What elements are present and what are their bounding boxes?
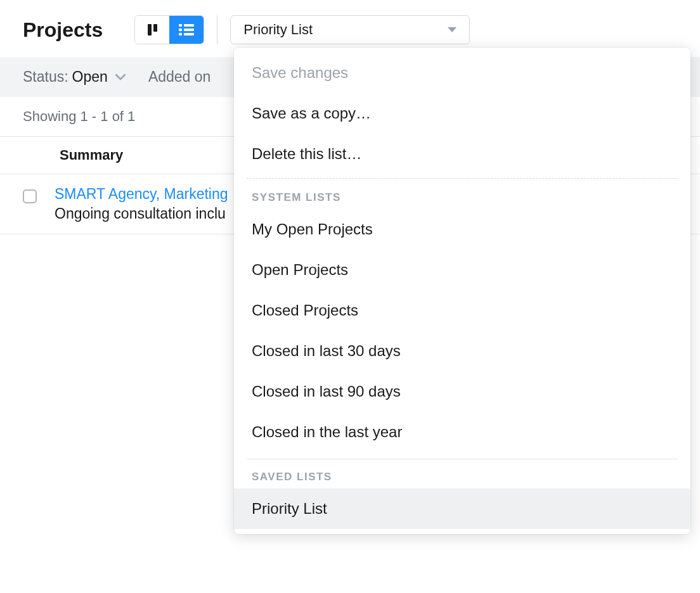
added-on-filter[interactable]: Added on bbox=[148, 68, 211, 86]
system-lists-label: SYSTEM LISTS bbox=[234, 182, 690, 209]
status-filter[interactable]: Status: Open bbox=[23, 68, 126, 86]
system-list-item[interactable]: Closed Projects bbox=[234, 290, 690, 331]
view-toggle bbox=[134, 15, 204, 44]
system-list-item[interactable]: Closed in the last year bbox=[234, 412, 690, 452]
row-description: Ongoing consultation inclu bbox=[55, 205, 228, 222]
svg-rect-1 bbox=[184, 24, 194, 27]
saved-lists-label: SAVED LISTS bbox=[234, 462, 690, 488]
added-on-label: Added on bbox=[148, 68, 211, 86]
kanban-icon bbox=[148, 24, 157, 35]
list-selector-dropdown[interactable]: Priority List bbox=[230, 15, 470, 44]
svg-rect-2 bbox=[179, 29, 182, 31]
status-filter-label: Status: bbox=[23, 68, 68, 86]
menu-save-changes: Save changes bbox=[234, 53, 690, 93]
kanban-view-button[interactable] bbox=[135, 16, 169, 44]
system-list-item[interactable]: Closed in last 30 days bbox=[234, 331, 690, 371]
list-dropdown-menu: Save changes Save as a copy… Delete this… bbox=[234, 48, 690, 534]
svg-rect-5 bbox=[184, 33, 194, 35]
row-title-link[interactable]: SMART Agency, Marketing bbox=[55, 186, 228, 203]
svg-rect-0 bbox=[179, 24, 182, 27]
saved-list-item[interactable]: Priority List bbox=[234, 488, 690, 529]
status-filter-value: Open bbox=[72, 68, 108, 86]
menu-divider bbox=[247, 459, 678, 459]
caret-down-icon bbox=[448, 27, 457, 32]
menu-divider bbox=[247, 178, 678, 179]
divider bbox=[217, 15, 217, 44]
page-title: Projects bbox=[23, 18, 103, 42]
chevron-down-icon bbox=[115, 74, 126, 80]
svg-rect-4 bbox=[179, 33, 182, 35]
svg-rect-3 bbox=[184, 29, 194, 31]
col-summary: Summary bbox=[60, 147, 123, 163]
row-checkbox[interactable] bbox=[23, 189, 37, 203]
menu-save-as-copy[interactable]: Save as a copy… bbox=[234, 93, 690, 134]
dropdown-selected-label: Priority List bbox=[243, 22, 313, 38]
system-list-item[interactable]: Open Projects bbox=[234, 250, 690, 290]
menu-delete-list[interactable]: Delete this list… bbox=[234, 134, 690, 174]
system-list-item[interactable]: My Open Projects bbox=[234, 209, 690, 250]
system-list-item[interactable]: Closed in last 90 days bbox=[234, 371, 690, 412]
list-icon bbox=[179, 24, 194, 35]
list-view-button[interactable] bbox=[169, 16, 204, 44]
